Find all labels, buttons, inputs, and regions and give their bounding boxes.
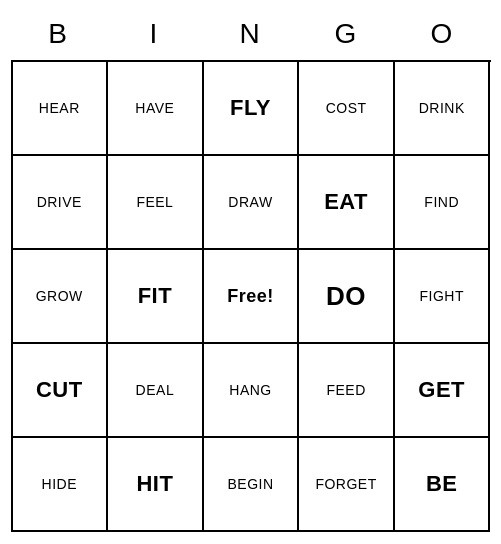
header-letter-B: B xyxy=(15,18,103,50)
cell-4-2: BEGIN xyxy=(204,438,300,532)
cell-0-0: HEAR xyxy=(13,62,109,156)
cell-1-3: EAT xyxy=(299,156,395,250)
cell-4-3: FORGET xyxy=(299,438,395,532)
cell-1-2: DRAW xyxy=(204,156,300,250)
cell-1-4: FIND xyxy=(395,156,491,250)
cell-2-1: FIT xyxy=(108,250,204,344)
cell-0-1: HAVE xyxy=(108,62,204,156)
cell-3-4: GET xyxy=(395,344,491,438)
cell-3-1: DEAL xyxy=(108,344,204,438)
bingo-grid: HEARHAVEFLYCOSTDRINKDRIVEFEELDRAWEATFIND… xyxy=(11,60,491,532)
cell-3-2: HANG xyxy=(204,344,300,438)
header-letter-O: O xyxy=(399,18,487,50)
cell-0-4: DRINK xyxy=(395,62,491,156)
cell-2-2: Free! xyxy=(204,250,300,344)
cell-4-1: HIT xyxy=(108,438,204,532)
cell-3-0: CUT xyxy=(13,344,109,438)
cell-2-0: GROW xyxy=(13,250,109,344)
cell-4-0: HIDE xyxy=(13,438,109,532)
cell-0-3: COST xyxy=(299,62,395,156)
header-letter-G: G xyxy=(303,18,391,50)
cell-4-4: BE xyxy=(395,438,491,532)
cell-3-3: FEED xyxy=(299,344,395,438)
bingo-card: BINGO HEARHAVEFLYCOSTDRINKDRIVEFEELDRAWE… xyxy=(11,12,491,532)
cell-0-2: FLY xyxy=(204,62,300,156)
header-letter-I: I xyxy=(111,18,199,50)
header-letter-N: N xyxy=(207,18,295,50)
bingo-header: BINGO xyxy=(11,12,491,56)
cell-1-0: DRIVE xyxy=(13,156,109,250)
cell-1-1: FEEL xyxy=(108,156,204,250)
cell-2-3: DO xyxy=(299,250,395,344)
cell-2-4: FIGHT xyxy=(395,250,491,344)
